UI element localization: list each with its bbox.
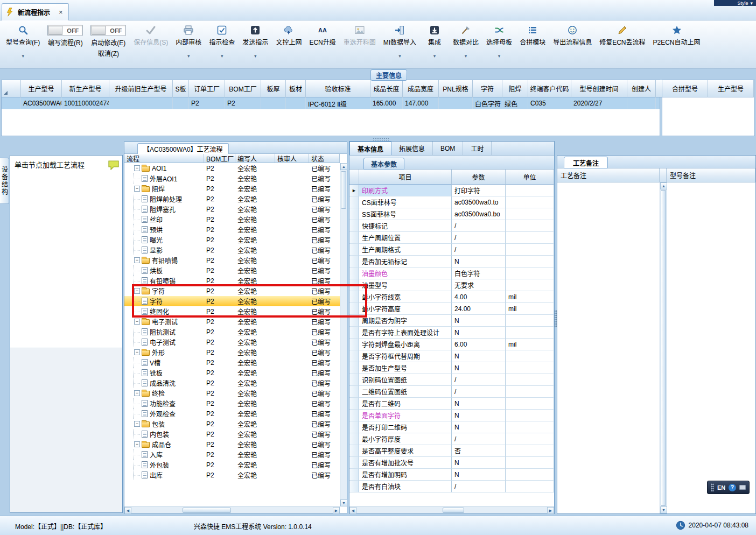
tree-collapse-toggle[interactable]: − bbox=[134, 288, 140, 294]
tab-basic-info[interactable]: 基本信息 bbox=[349, 142, 391, 155]
main-column-header-14[interactable]: 阻焊 bbox=[502, 80, 528, 97]
tree-collapse-toggle[interactable]: − bbox=[134, 257, 140, 263]
main-column-header-17[interactable]: 创建人 bbox=[627, 80, 656, 97]
param-row[interactable]: 是否字符框代替周期N bbox=[349, 350, 554, 362]
toolbar-button-internal-audit[interactable]: 内部审核▾ bbox=[172, 20, 205, 59]
dropdown-arrow-icon[interactable]: ▾ bbox=[465, 53, 467, 59]
toolbar-button-reselect-cutting-drawing[interactable]: 重选开料图 bbox=[340, 20, 380, 46]
tree-row[interactable]: −电子测试P2全宏艳已编写 bbox=[124, 316, 340, 327]
tree-row[interactable]: 外观检查P2全宏艳已编写 bbox=[124, 409, 340, 419]
scroll-up-icon[interactable]: ▲ bbox=[660, 182, 667, 189]
param-row[interactable]: ►印刷方式打印字符 bbox=[349, 185, 554, 196]
tree-row[interactable]: 电子测试P2全宏艳已编写 bbox=[124, 337, 340, 347]
tree-column-header-2[interactable]: BOM工厂 bbox=[204, 154, 235, 163]
param-row[interactable]: 是否单面字符N bbox=[349, 410, 554, 421]
scrollbar-track[interactable] bbox=[356, 507, 547, 513]
param-value-cell[interactable]: / bbox=[452, 220, 506, 232]
tree-row[interactable]: 阻抗测试P2全宏艳已编写 bbox=[124, 327, 340, 337]
tab-basic-params[interactable]: 基本参数 bbox=[363, 158, 404, 170]
scrollbar-track[interactable] bbox=[660, 189, 667, 506]
param-row[interactable]: 是否有白油块/ bbox=[349, 481, 554, 492]
tab-work-hours[interactable]: 工时 bbox=[463, 142, 492, 155]
tree-row[interactable]: 终固化P2全宏艳已编写 bbox=[124, 306, 340, 316]
close-icon[interactable]: × bbox=[59, 8, 63, 16]
dropdown-arrow-icon[interactable]: ▾ bbox=[187, 53, 190, 59]
tree-row[interactable]: 功能检查P2全宏艳已编写 bbox=[124, 398, 340, 409]
tree-row[interactable]: −AOI1P2全宏艳已编写 bbox=[124, 163, 340, 173]
tree-row[interactable]: 阻焊塞孔P2全宏艳已编写 bbox=[124, 204, 340, 214]
tree-column-header-1[interactable]: 流程 bbox=[124, 154, 204, 163]
scroll-up-icon[interactable]: ▲ bbox=[340, 163, 347, 170]
tree-column-header-4[interactable]: 核审人 bbox=[275, 154, 309, 163]
tree-column-header-5[interactable]: 状态 bbox=[309, 154, 340, 163]
tree-collapse-toggle[interactable]: − bbox=[134, 390, 140, 396]
scroll-right-icon[interactable]: ▶ bbox=[547, 507, 554, 514]
tree-collapse-toggle[interactable]: − bbox=[134, 165, 140, 171]
param-value-cell[interactable]: ac03500wa0.bo bbox=[452, 208, 506, 220]
main-column-header-5[interactable]: 订单工厂 bbox=[189, 80, 225, 97]
tab-new-flow-instruction[interactable]: 新流程指示 × bbox=[2, 3, 69, 20]
toolbar-button-data-compare[interactable]: 数据对比▾ bbox=[449, 20, 482, 59]
toolbar-button-merge-module[interactable]: 合拼模块 bbox=[516, 20, 549, 46]
main-column-header-12[interactable]: PNL规格 bbox=[439, 80, 473, 97]
tree-row[interactable]: 铣板P2全宏艳已编写 bbox=[124, 368, 340, 378]
param-value-cell[interactable]: / bbox=[452, 374, 506, 386]
param-row[interactable]: 是否有二维码N bbox=[349, 398, 554, 410]
tree-row[interactable]: 预烘P2全宏艳已编写 bbox=[124, 224, 340, 235]
main-column-header-16[interactable]: 型号创建时间 bbox=[571, 80, 627, 97]
main-column-header-4[interactable]: S板 bbox=[173, 80, 189, 97]
main-column-header-10[interactable]: 成品长度 bbox=[370, 80, 403, 97]
scroll-left-icon[interactable]: ◀ bbox=[124, 507, 131, 514]
param-row[interactable]: 油墨型号无要求 bbox=[349, 279, 554, 291]
tree-row[interactable]: −包装P2全宏艳已编写 bbox=[124, 419, 340, 429]
param-row[interactable]: 是否加生产型号N bbox=[349, 362, 554, 374]
tree-vertical-scrollbar[interactable]: ▲ ▼ bbox=[340, 163, 347, 506]
param-value-cell[interactable]: N bbox=[452, 350, 506, 362]
style-menu[interactable]: Style ▾ bbox=[714, 0, 756, 6]
toolbar-button-mi-data-import[interactable]: MI数据导入▾ bbox=[380, 20, 420, 59]
main-column-header-6[interactable]: BOM工厂 bbox=[225, 80, 261, 97]
main-column-header-8[interactable]: 板材 bbox=[286, 80, 306, 97]
param-row[interactable]: 二维码位置图纸/ bbox=[349, 386, 554, 398]
merge-column-header-2[interactable]: 生产型号 bbox=[708, 80, 754, 97]
language-indicator[interactable]: EN bbox=[717, 484, 725, 491]
scrollbar-track[interactable] bbox=[131, 507, 333, 513]
dropdown-arrow-icon[interactable]: ▾ bbox=[398, 53, 401, 59]
tree-row[interactable]: 内包装P2全宏艳已编写 bbox=[124, 429, 340, 439]
tree-row[interactable]: 外包装P2全宏艳已编写 bbox=[124, 460, 340, 470]
scrollbar-thumb[interactable] bbox=[183, 508, 231, 513]
dropdown-arrow-icon[interactable]: ▾ bbox=[498, 53, 501, 59]
toolbar-button-select-mother-board[interactable]: 选择母板▾ bbox=[482, 20, 516, 59]
param-value-cell[interactable]: 24.00 bbox=[452, 303, 506, 315]
toolbar-button-p2ecn-auto-upload[interactable]: P2ECN自动上网 bbox=[649, 20, 704, 46]
param-row[interactable]: 字符到焊盘最小距离6.00mil bbox=[349, 339, 554, 350]
tree-row[interactable]: 丝印P2全宏艳已编写 bbox=[124, 214, 340, 224]
main-column-header-3[interactable]: 升级前旧生产型号 bbox=[109, 80, 173, 97]
tree-row[interactable]: −字符P2全宏艳已编写 bbox=[124, 286, 340, 296]
param-value-cell[interactable]: N bbox=[452, 469, 506, 481]
toolbar-button-doc-control-upload[interactable]: 文控上网 bbox=[272, 20, 305, 46]
param-row[interactable]: 最小字符线宽4.00mil bbox=[349, 291, 554, 303]
param-column-header-1[interactable]: 项目 bbox=[359, 170, 452, 185]
scroll-down-icon[interactable]: ▼ bbox=[340, 499, 347, 506]
toolbar-button-export-flow-info[interactable]: 导出流程信息 bbox=[549, 20, 596, 46]
main-column-header-15[interactable]: 终端客户代码 bbox=[528, 80, 571, 97]
tree-collapse-toggle[interactable]: − bbox=[134, 186, 140, 192]
param-value-cell[interactable]: N bbox=[452, 327, 506, 339]
scroll-left-icon[interactable]: ◀ bbox=[349, 507, 356, 514]
param-row[interactable]: 识别码位置图纸/ bbox=[349, 374, 554, 386]
param-row[interactable]: 是否加无铅标记N bbox=[349, 256, 554, 268]
param-value-cell[interactable]: N bbox=[452, 362, 506, 374]
param-value-cell[interactable]: ac03500wa0.to bbox=[452, 196, 506, 208]
toggle-start-modify[interactable]: OFF bbox=[90, 25, 126, 36]
param-value-cell[interactable]: 白色字符 bbox=[452, 268, 506, 279]
main-column-header-13[interactable]: 字符 bbox=[473, 80, 502, 97]
tree-row[interactable]: 曝光P2全宏艳已编写 bbox=[124, 235, 340, 245]
toolbar-button-model-query[interactable]: 型号查询(F)▾ bbox=[2, 20, 44, 59]
toolbar-button-instruction-check[interactable]: 指示检查▾ bbox=[205, 20, 239, 59]
tree-row[interactable]: 有铅喷锡P2全宏艳已编写 bbox=[124, 276, 340, 286]
param-row[interactable]: SS面菲林号ac03500wa0.bo bbox=[349, 208, 554, 220]
process-notes-area[interactable] bbox=[557, 182, 660, 513]
param-row[interactable]: 是否高平整度要求否 bbox=[349, 445, 554, 457]
tab-extended-info[interactable]: 拓展信息 bbox=[391, 142, 433, 155]
